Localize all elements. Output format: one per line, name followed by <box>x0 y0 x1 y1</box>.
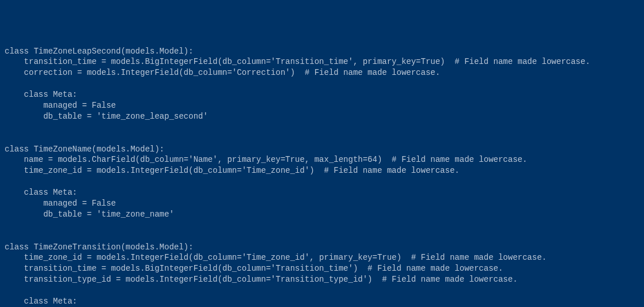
code-line: transition_time = models.BigIntegerField… <box>5 263 639 274</box>
code-editor-view: class TimeZoneLeapSecond(models.Model): … <box>5 46 639 307</box>
code-line: managed = False <box>5 198 639 209</box>
code-line: transition_type_id = models.IntegerField… <box>5 274 639 285</box>
code-line: name = models.CharField(db_column='Name'… <box>5 154 639 165</box>
code-line <box>5 231 639 242</box>
code-line <box>5 220 639 231</box>
code-line <box>5 176 639 187</box>
code-line: db_table = 'time_zone_leap_second' <box>5 111 639 122</box>
code-line: db_table = 'time_zone_name' <box>5 209 639 220</box>
code-line: managed = False <box>5 100 639 111</box>
code-line: class TimeZoneTransition(models.Model): <box>5 242 639 253</box>
code-line <box>5 285 639 296</box>
code-line: class Meta: <box>5 187 639 198</box>
code-line: transition_time = models.BigIntegerField… <box>5 56 639 67</box>
code-line: class TimeZoneName(models.Model): <box>5 144 639 155</box>
code-line <box>5 78 639 89</box>
code-line: time_zone_id = models.IntegerField(db_co… <box>5 165 639 176</box>
code-line <box>5 122 639 133</box>
code-line: class TimeZoneLeapSecond(models.Model): <box>5 46 639 57</box>
code-line: time_zone_id = models.IntegerField(db_co… <box>5 252 639 263</box>
code-line <box>5 133 639 144</box>
code-line: correction = models.IntegerField(db_colu… <box>5 67 639 78</box>
code-line: class Meta: <box>5 89 639 100</box>
code-line: class Meta: <box>5 296 639 307</box>
